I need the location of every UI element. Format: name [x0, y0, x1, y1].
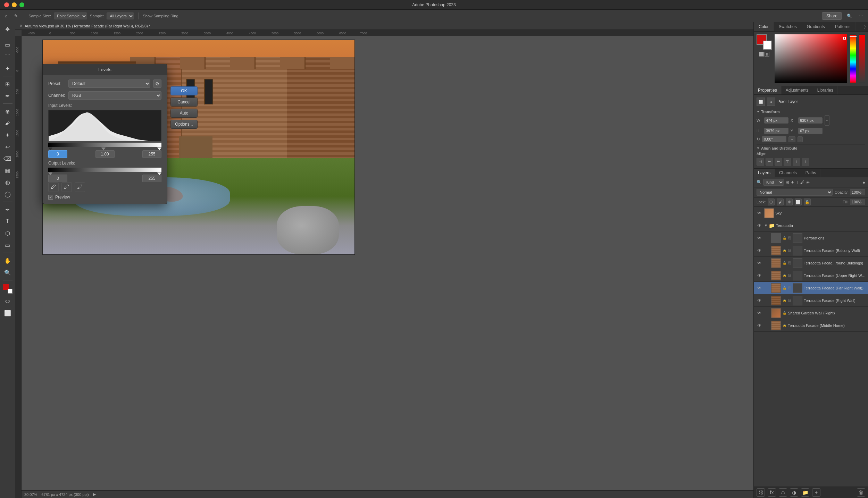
layer-visibility-toggle[interactable]: 👁	[756, 210, 763, 217]
tab-layers[interactable]: Layers	[754, 169, 775, 177]
screen-mode[interactable]: ⬜	[2, 307, 13, 319]
layer-visibility-toggle[interactable]: 👁	[756, 260, 763, 267]
layer-item[interactable]: 👁 🔒 ⛓ Terracotta Facade (Far Right Wall)…	[754, 282, 868, 294]
layer-visibility-toggle[interactable]: 👁	[756, 235, 763, 242]
text-tool[interactable]: T	[2, 216, 13, 227]
tool-button[interactable]: ✎	[12, 12, 20, 19]
stamp-tool[interactable]: ✦	[2, 129, 13, 141]
lock-image-btn[interactable]: 🖌	[777, 199, 784, 205]
transform-arrow[interactable]: ▼	[757, 110, 760, 113]
sample-select[interactable]: All Layers	[107, 12, 134, 19]
wh-link-button[interactable]: ⚭	[825, 115, 829, 126]
align-center-h[interactable]: ⊢	[766, 158, 773, 166]
tab-gradients[interactable]: Gradients	[802, 22, 830, 31]
output-white-slider[interactable]	[157, 172, 161, 175]
gradient-tool[interactable]: ▦	[2, 165, 13, 176]
align-left[interactable]: ⊣	[757, 158, 764, 166]
white-point-slider[interactable]	[157, 147, 161, 150]
gray-eyedropper[interactable]: 🖊	[61, 182, 72, 192]
background-swatch[interactable]	[763, 41, 772, 50]
group-arrow[interactable]: ▼	[764, 223, 768, 227]
layer-item[interactable]: 👁 ▼ 📁 Terracotta	[754, 219, 868, 232]
options-button[interactable]: Options...	[170, 120, 198, 129]
new-group-btn[interactable]: 📁	[801, 488, 809, 497]
layer-visibility-toggle[interactable]: 👁	[756, 247, 763, 254]
home-button[interactable]: ⌂	[3, 12, 9, 19]
share-button[interactable]: Share	[822, 12, 842, 20]
color-gradient-picker[interactable]	[775, 34, 847, 83]
fg-bg-color-selector[interactable]	[3, 284, 12, 294]
align-top[interactable]: ⊤	[784, 158, 791, 166]
black-eyedropper[interactable]: 🖊	[48, 182, 59, 192]
lock-artboard-btn[interactable]: ⬜	[795, 199, 802, 205]
tab-adjustments[interactable]: Adjustments	[782, 86, 813, 94]
history-tool[interactable]: ↩	[2, 141, 13, 152]
healing-tool[interactable]: ⊕	[2, 106, 13, 117]
expand-icon[interactable]: ⟩	[864, 24, 866, 29]
layer-mask-btn[interactable]: ⬭	[779, 488, 787, 497]
color-mode-1[interactable]	[759, 52, 764, 57]
background-color[interactable]	[8, 289, 12, 294]
layer-visibility-toggle[interactable]: 👁	[756, 297, 763, 304]
new-layer-btn[interactable]: +	[812, 488, 820, 497]
color-mode-2[interactable]: ▦	[765, 52, 769, 57]
eyedropper-tool active[interactable]: ✒	[2, 90, 13, 101]
tab-color[interactable]: Color	[754, 22, 774, 31]
maximize-button[interactable]	[19, 2, 24, 7]
layer-fx-btn[interactable]: fx	[768, 488, 776, 497]
cancel-button[interactable]: Cancel	[170, 98, 198, 107]
align-bottom[interactable]: ⊥	[802, 158, 809, 166]
filter-icon-4[interactable]: 🖌	[800, 180, 804, 185]
layer-visibility-toggle[interactable]: 👁	[756, 322, 763, 329]
search-button[interactable]: 🔍	[845, 12, 854, 19]
layer-kind-select[interactable]: Kind	[763, 179, 784, 186]
tab-paths[interactable]: Paths	[801, 169, 821, 177]
input-min-field[interactable]	[48, 150, 67, 158]
dodge-tool[interactable]: ◯	[2, 188, 13, 200]
lock-all-btn[interactable]: 🔒	[804, 199, 811, 205]
w-input[interactable]	[764, 117, 788, 124]
tab-libraries[interactable]: Libraries	[813, 86, 838, 94]
marquee-tool[interactable]: ▭	[2, 39, 13, 50]
wand-tool[interactable]: ✦	[2, 63, 13, 74]
auto-button[interactable]: Auto	[170, 109, 198, 118]
close-tab-icon[interactable]: ✕	[19, 24, 23, 28]
align-arrow[interactable]: ▼	[757, 146, 760, 150]
align-right[interactable]: ⊢	[775, 158, 782, 166]
layer-visibility-toggle[interactable]: 👁	[756, 222, 763, 229]
layer-visibility-toggle[interactable]: 👁	[756, 272, 763, 279]
black-point-slider[interactable]	[48, 147, 52, 150]
layer-adj-btn[interactable]: ◑	[790, 488, 798, 497]
layer-item[interactable]: 👁 🔒 Shared Garden Wall (Right)	[754, 307, 868, 319]
flip-v-button[interactable]: ↕	[798, 136, 803, 142]
input-slider-track[interactable]	[48, 143, 161, 147]
preset-select[interactable]: Default	[68, 79, 150, 88]
alpha-slider[interactable]	[859, 34, 865, 83]
shape-tool[interactable]: ▭	[2, 239, 13, 251]
filter-icon-1[interactable]: ⊞	[785, 180, 789, 185]
filter-icon-3[interactable]: T	[796, 180, 799, 185]
preview-checkbox[interactable]: ✓	[48, 195, 53, 200]
move-tool[interactable]: ✥	[2, 24, 13, 35]
lock-position-btn[interactable]: ✥	[786, 199, 793, 205]
hand-tool[interactable]: ✋	[2, 255, 13, 266]
mid-point-slider[interactable]	[101, 147, 106, 150]
flip-h-button[interactable]: ↔	[788, 136, 795, 142]
input-mid-field[interactable]	[95, 150, 115, 158]
output-slider-track[interactable]	[48, 168, 161, 172]
close-button[interactable]	[4, 2, 9, 7]
minimize-button[interactable]	[12, 2, 17, 7]
rotation-input[interactable]	[762, 136, 786, 142]
h-input[interactable]	[764, 128, 788, 134]
layer-link-bottom-btn[interactable]: ⛓	[757, 488, 765, 497]
path-tool[interactable]: ⬡	[2, 228, 13, 239]
channel-select[interactable]: RGB	[68, 91, 161, 100]
white-eyedropper[interactable]: 🖊	[75, 182, 85, 192]
crop-tool[interactable]: ⊞	[2, 78, 13, 90]
canvas-content[interactable]: Levels Preset: Default ⚙	[22, 36, 753, 498]
x-input[interactable]	[798, 117, 823, 124]
filter-icon-2[interactable]: ✦	[791, 180, 794, 185]
layer-item[interactable]: 👁 🔒 ⛓ Perforations	[754, 232, 868, 244]
filter-icon-5[interactable]: ☀	[806, 180, 810, 185]
lock-transparent-btn[interactable]: ⬡	[768, 199, 775, 205]
